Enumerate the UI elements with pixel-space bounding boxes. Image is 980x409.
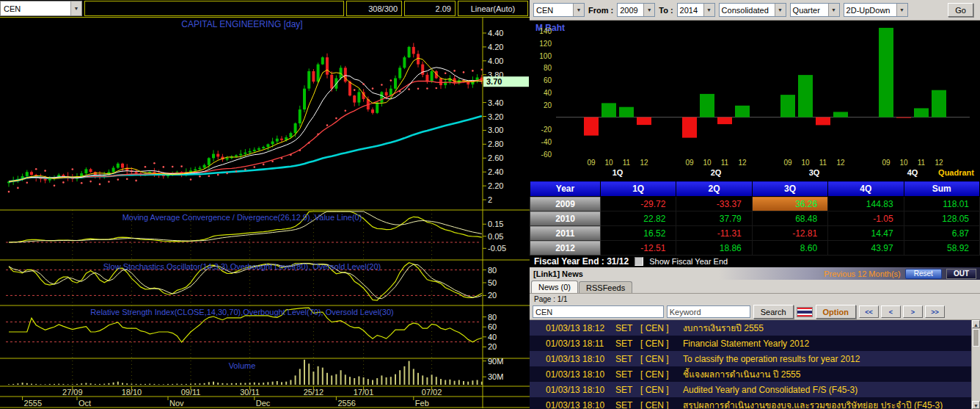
svg-text:4Q: 4Q	[907, 168, 918, 177]
value-cell[interactable]: 58.92	[904, 241, 979, 256]
news-time: 01/03/13 18:11	[546, 339, 615, 349]
value-cell[interactable]: 36.26	[752, 197, 827, 211]
value-cell[interactable]: -29.72	[601, 197, 676, 211]
news-scrollbar[interactable]: ▲ ▼	[971, 320, 980, 409]
previous-months-label[interactable]: Previous 12 Month(s)	[824, 269, 901, 278]
report-type-value: Consolidated	[720, 6, 775, 15]
go-button[interactable]: Go	[948, 3, 973, 17]
news-item[interactable]: 01/03/13 18:10SET[ CEN ]ชี้แจงผลการดำเนิ…	[530, 366, 980, 382]
news-title: [Link1] News	[530, 269, 583, 278]
out-button[interactable]: OUT	[946, 269, 976, 279]
value-cell[interactable]: 22.82	[601, 211, 676, 226]
year-cell[interactable]: 2010	[530, 211, 601, 226]
chevron-down-icon[interactable]: ▼	[70, 1, 81, 15]
chevron-down-icon[interactable]: ▼	[775, 4, 786, 16]
news-symbol: [ CEN ]	[640, 385, 683, 395]
bar-4Q-2010	[896, 117, 911, 118]
value-cell[interactable]: 144.83	[828, 197, 904, 211]
news-item[interactable]: 01/03/13 18:12SET[ CEN ]งบการเงินรายปี 2…	[530, 320, 980, 336]
from-year-select[interactable]: 2009 ▼	[617, 3, 655, 17]
value-cell[interactable]: 37.79	[676, 211, 752, 226]
year-cell[interactable]: 2009	[530, 197, 601, 211]
table-header: 4Q	[828, 181, 904, 197]
keyword-input[interactable]	[667, 305, 750, 318]
svg-text:2555: 2555	[24, 399, 42, 408]
svg-text:09/11: 09/11	[181, 388, 201, 397]
to-year-select[interactable]: 2014 ▼	[677, 3, 715, 17]
thai-flag-icon[interactable]	[797, 307, 813, 317]
value-cell[interactable]: -33.37	[676, 197, 752, 211]
svg-text:Relative Strength Index(CLOSE,: Relative Strength Index(CLOSE,14,30,70),…	[90, 308, 393, 316]
bar-2Q-2012	[735, 106, 750, 117]
tab-news[interactable]: News (0)	[531, 280, 578, 293]
year-cell[interactable]: 2011	[530, 226, 601, 241]
news-symbol: [ CEN ]	[640, 400, 683, 409]
table-row: 201022.8237.7968.48-1.05128.05	[530, 211, 980, 226]
value-cell[interactable]: 6.87	[904, 226, 979, 241]
news-item[interactable]: 01/03/13 18:10SET[ CEN ]To classify the …	[530, 351, 980, 366]
news-headline: To classify the operation results for ye…	[683, 354, 980, 364]
value-cell[interactable]: 16.52	[601, 226, 676, 241]
news-item[interactable]: 01/03/13 18:10SET[ CEN ]สรุปผลการดำเนินง…	[530, 397, 980, 409]
value-cell[interactable]: 43.97	[828, 241, 904, 256]
scroll-down-icon[interactable]: ▼	[972, 401, 980, 409]
trading-app: CEN ▼ 308/300 2.09 Linear(Auto) CAPITAL …	[0, 0, 980, 409]
value-cell[interactable]: -11.31	[676, 226, 752, 241]
chart-symbol-select[interactable]: CEN ▼	[0, 1, 82, 16]
svg-text:3.70: 3.70	[486, 77, 502, 86]
chevron-down-icon[interactable]: ▼	[573, 4, 584, 16]
chevron-down-icon[interactable]: ▼	[828, 4, 839, 16]
chevron-down-icon[interactable]: ▼	[703, 4, 714, 16]
news-list: 01/03/13 18:12SET[ CEN ]งบการเงินรายปี 2…	[530, 320, 980, 409]
news-source: SET	[615, 354, 640, 364]
news-headline: Financial Statement Yearly 2012	[683, 339, 980, 349]
bar-2Q-2009	[682, 117, 697, 138]
value-cell[interactable]: -1.05	[828, 211, 904, 226]
reset-button[interactable]: Reset	[905, 269, 942, 279]
scale-mode-display[interactable]: Linear(Auto)	[458, 1, 528, 16]
svg-text:12: 12	[640, 159, 648, 167]
news-item[interactable]: 01/03/13 18:11SET[ CEN ]Financial Statem…	[530, 336, 980, 351]
value-cell[interactable]: 68.48	[752, 211, 827, 226]
table-row: 2012-12.5118.868.6043.9758.92	[530, 241, 980, 256]
value-cell[interactable]: 18.86	[676, 241, 752, 256]
svg-text:4.20: 4.20	[488, 43, 503, 51]
symbol-value: CEN	[534, 6, 573, 15]
value-cell[interactable]: 8.60	[752, 241, 827, 256]
prev-page-button[interactable]: <	[881, 305, 901, 318]
quarter-toolbar: CEN ▼ From : 2009 ▼ To : 2014 ▼ Consolid…	[530, 0, 980, 21]
chevron-down-icon[interactable]: ▼	[896, 4, 907, 16]
chart-type-select[interactable]: 2D-UpDown ▼	[844, 3, 908, 17]
from-label: From :	[588, 6, 613, 15]
value-cell[interactable]: -12.51	[601, 241, 676, 256]
value-cell[interactable]: 128.05	[904, 211, 979, 226]
search-button[interactable]: Search	[753, 305, 794, 319]
value-cell[interactable]: 14.47	[828, 226, 904, 241]
news-item[interactable]: 01/03/13 18:10SET[ CEN ]Audited Yearly a…	[530, 382, 980, 397]
value-cell[interactable]: -12.81	[752, 226, 827, 241]
bar-1Q-2010	[601, 103, 616, 117]
last-page-button[interactable]: >>	[925, 305, 945, 318]
year-cell[interactable]: 2012	[530, 241, 601, 256]
report-type-select[interactable]: Consolidated ▼	[719, 3, 786, 17]
svg-text:60: 60	[544, 76, 552, 84]
svg-text:3.20: 3.20	[488, 112, 503, 121]
period-select[interactable]: Quarter ▼	[790, 3, 840, 17]
scroll-up-icon[interactable]: ▲	[972, 320, 980, 328]
chevron-down-icon[interactable]: ▼	[643, 4, 654, 16]
scrollbar-thumb[interactable]	[973, 329, 979, 347]
first-page-button[interactable]: <<	[859, 305, 879, 318]
news-symbol-input[interactable]	[533, 305, 664, 318]
news-time: 01/03/13 18:10	[546, 400, 615, 409]
tab-rssfeeds[interactable]: RSSFeeds	[579, 281, 632, 293]
option-button[interactable]: Option	[816, 305, 856, 319]
news-time: 01/03/13 18:10	[546, 354, 615, 364]
value-cell[interactable]: 118.01	[904, 197, 979, 211]
svg-text:4.00: 4.00	[488, 57, 503, 65]
next-page-button[interactable]: >	[903, 305, 923, 318]
news-source: SET	[615, 400, 640, 409]
symbol-entry-field[interactable]	[84, 1, 344, 16]
bar-4Q-2012	[932, 90, 946, 117]
show-fiscal-checkbox[interactable]	[635, 257, 643, 266]
symbol-select[interactable]: CEN ▼	[533, 3, 585, 17]
